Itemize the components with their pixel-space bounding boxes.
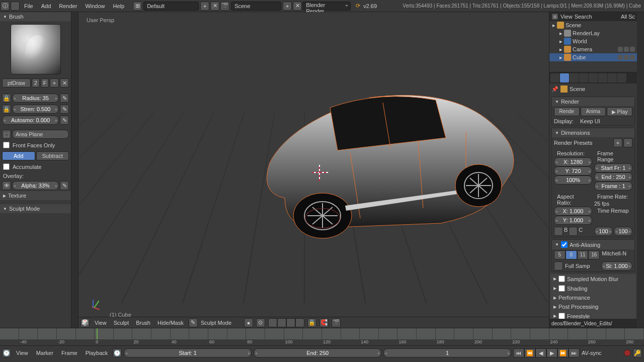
outliner-editor-icon[interactable]: ≡ — [551, 13, 558, 20]
res-y-field[interactable]: Y: 720 — [554, 166, 592, 175]
section-post-processing[interactable]: Post Processing — [550, 302, 636, 311]
menu-add[interactable]: Add — [37, 0, 55, 12]
menu-render[interactable]: Render — [55, 0, 81, 12]
layout-add-button[interactable]: + — [200, 2, 209, 11]
render-button[interactable]: Rende — [554, 107, 580, 116]
pin-icon[interactable]: 📌 — [551, 86, 558, 93]
menu-file[interactable]: File — [20, 0, 37, 12]
tab-data-icon[interactable] — [617, 73, 626, 82]
tl-menu-playback[interactable]: Playback — [83, 350, 111, 356]
brush-unlink-button[interactable]: ✕ — [60, 78, 69, 87]
filter-size-field[interactable]: Si: 1.000 — [601, 261, 632, 270]
mode-icon[interactable]: ✎ — [189, 318, 198, 327]
brush-fake-user[interactable]: F — [41, 78, 49, 87]
outliner-item-cube[interactable]: ▸Cube — [549, 53, 637, 61]
preset-add-button[interactable]: + — [613, 138, 622, 147]
jump-start-button[interactable]: ⏮ — [513, 348, 524, 357]
tab-renderlayers-icon[interactable] — [560, 73, 569, 82]
subtract-button[interactable]: Subtract — [36, 151, 69, 160]
current-frame-input[interactable]: 1 — [383, 348, 511, 357]
overlay-view-icon[interactable]: 👁 — [2, 181, 11, 190]
play-forward-button[interactable]: ▶ — [546, 348, 557, 357]
aa-section-header[interactable]: Anti-Aliasing — [552, 240, 634, 249]
brush-panel-header[interactable]: Brush — [0, 12, 71, 21]
timeline-ruler[interactable]: -40-200204060801001201401601802002202402… — [0, 328, 644, 346]
tab-constraints-icon[interactable] — [598, 73, 607, 82]
render-presets-dropdown[interactable]: Render Presets — [554, 140, 612, 146]
autosmooth-field[interactable]: Autosmo: 0.000 — [2, 116, 59, 125]
tool-panel-scrollbar[interactable] — [71, 12, 78, 328]
outliner-view[interactable]: View — [560, 14, 573, 20]
editor-type-icon[interactable] — [11, 2, 20, 11]
accumulate-checkbox[interactable]: Accumulate — [0, 161, 71, 172]
start-frame-input[interactable]: Start: 1 — [124, 348, 252, 357]
filepath-field[interactable]: deos/Blender_Video_Edits/ — [549, 319, 637, 328]
crop-checkbox[interactable] — [569, 227, 578, 236]
shading-solid-icon[interactable]: ● — [244, 318, 253, 327]
viewport-editor-icon[interactable]: 🎲 — [80, 318, 90, 327]
brush-users[interactable]: 2 — [32, 78, 40, 87]
animation-button[interactable]: Anima — [581, 107, 606, 116]
mode-dropdown[interactable]: Sculpt Mode — [201, 320, 241, 326]
render-preview-icon[interactable]: 🎬 — [332, 318, 341, 327]
info-icon[interactable]: ⓘ — [1, 2, 10, 11]
vp-menu-view[interactable]: View — [93, 320, 109, 326]
frame-step-field[interactable]: Frame : 1 — [594, 182, 632, 191]
scene-dropdown[interactable]: Scene — [231, 2, 281, 11]
use-preview-range-icon[interactable]: 🕐 — [113, 348, 122, 357]
texture-panel-header[interactable]: Texture — [0, 191, 71, 200]
normal-icon[interactable]: ⬚ — [2, 130, 11, 139]
outliner-item-scene[interactable]: ▸Scene — [549, 21, 637, 29]
vp-menu-brush[interactable]: Brush — [134, 320, 152, 326]
brush-add-button[interactable]: + — [50, 78, 59, 87]
menu-help[interactable]: Help — [109, 0, 129, 12]
outliner-item-camera[interactable]: ▸Camera — [549, 45, 637, 53]
sculpt-mode-panel-header[interactable]: Sculpt Mode — [0, 204, 71, 213]
aa-8-button[interactable]: 8 — [566, 250, 577, 259]
keyframe-prev-button[interactable]: ⏪ — [524, 348, 535, 357]
strength-lock-icon[interactable]: 🔒 — [2, 105, 11, 114]
play-button[interactable]: ▶ Play — [607, 107, 632, 116]
pivot-icon[interactable]: ⊙ — [256, 318, 265, 327]
brush-preview[interactable] — [11, 24, 61, 74]
layout-browse-icon[interactable]: ⊞ — [133, 2, 142, 11]
render-section-header[interactable]: Render — [552, 97, 634, 106]
tl-menu-view[interactable]: View — [13, 350, 31, 356]
end-frame-field[interactable]: End : 250 — [594, 172, 632, 182]
alpha-field[interactable]: Alpha: 33% — [12, 181, 59, 190]
border-checkbox[interactable] — [554, 227, 563, 236]
outliner-filter[interactable]: All Sc — [621, 14, 635, 20]
res-x-field[interactable]: X: 1280 — [554, 157, 592, 166]
preset-remove-button[interactable]: − — [623, 138, 632, 147]
radius-field[interactable]: Radius: 35 — [12, 94, 59, 103]
dimensions-section-header[interactable]: Dimensions — [552, 128, 634, 137]
tl-menu-frame[interactable]: Frame — [58, 350, 80, 356]
remap-new-field[interactable]: 100 — [614, 227, 632, 236]
tab-world-icon[interactable] — [579, 73, 588, 82]
scene-browse-icon[interactable]: 🎬 — [220, 2, 229, 11]
full-sample-checkbox[interactable] — [554, 261, 563, 270]
play-reverse-button[interactable]: ◀ — [535, 348, 546, 357]
scene-breadcrumb[interactable]: Scene — [570, 86, 585, 92]
vp-menu-sculpt[interactable]: Sculpt — [112, 320, 131, 326]
section-sampled-motion-blur[interactable]: Sampled Motion Blur — [550, 274, 636, 284]
aa-filter-dropdown[interactable]: Mitchell-N — [602, 250, 632, 259]
sculpt-plane-dropdown[interactable]: Area Plane — [12, 130, 69, 139]
aa-5-button[interactable]: 5 — [554, 250, 566, 259]
tl-menu-marker[interactable]: Marker — [33, 350, 56, 356]
lock-camera-icon[interactable]: 🔒 — [307, 318, 316, 327]
properties-scrollbar[interactable] — [637, 12, 644, 328]
res-pct-field[interactable]: 100% — [554, 175, 592, 185]
vp-menu-hidemask[interactable]: Hide/Mask — [155, 320, 186, 326]
menu-window[interactable]: Window — [81, 0, 109, 12]
strength-pressure-icon[interactable]: ✎ — [60, 105, 69, 114]
scene-delete-button[interactable]: ✕ — [293, 2, 302, 11]
sync-dropdown[interactable]: AV-sync — [582, 350, 622, 356]
overlay-edit-icon[interactable]: ✎ — [60, 181, 69, 190]
strength-field[interactable]: Stren: 0.500 — [12, 105, 59, 114]
layout-dropdown[interactable]: Default — [143, 2, 199, 11]
start-frame-field[interactable]: Start Fr: 1 — [594, 163, 632, 172]
radius-lock-icon[interactable]: 🔒 — [2, 94, 11, 103]
display-dropdown[interactable]: Keep UI — [580, 118, 632, 124]
layer-buttons[interactable] — [268, 318, 304, 327]
